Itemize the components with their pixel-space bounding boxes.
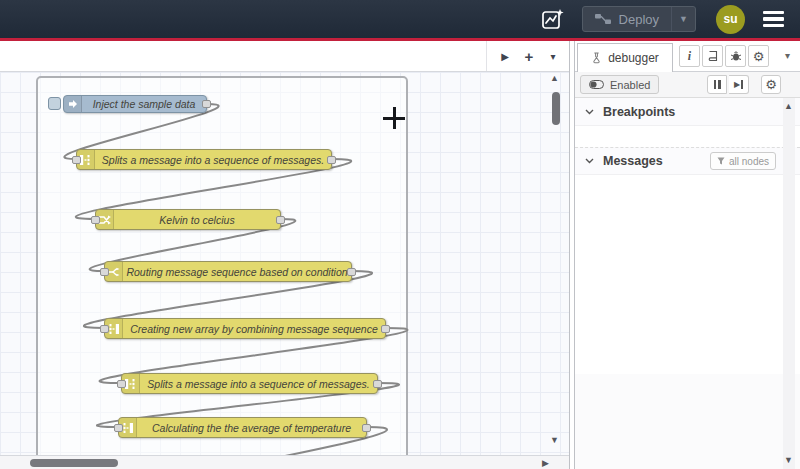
output-port[interactable]: [373, 380, 382, 388]
flow-node-join[interactable]: Creating new array by combining message …: [104, 318, 386, 339]
avatar-initials: su: [723, 12, 737, 26]
deploy-label: Deploy: [619, 12, 659, 27]
scroll-up-icon: ▲: [550, 73, 559, 83]
canvas-horizontal-scrollbar-thumb[interactable]: [30, 459, 118, 467]
sidebar-scroll-down-button[interactable]: ▼: [784, 456, 793, 465]
input-port[interactable]: [100, 325, 109, 333]
output-port[interactable]: [276, 216, 285, 224]
node-label: Inject the sample data: [82, 96, 206, 112]
workspace: ▶ + ▾ Inject the sample dataSplits a mes…: [0, 41, 570, 469]
book-icon: [707, 50, 719, 62]
flow-node-inject[interactable]: Inject the sample data: [63, 95, 207, 113]
messages-filter-label: all nodes: [729, 156, 769, 167]
node-label: Kelvin to celcius: [114, 210, 280, 229]
step-next-icon: ▶: [734, 80, 743, 89]
breakpoints-section-header[interactable]: Breakpoints: [575, 98, 800, 125]
flow-node-join[interactable]: Calculating the the average of temperatu…: [118, 417, 367, 438]
bug-icon: [730, 50, 742, 62]
output-port[interactable]: [362, 424, 371, 432]
canvas-horizontal-scrollbar[interactable]: ▶: [0, 455, 569, 469]
debugger-pause-button[interactable]: [707, 75, 727, 94]
flow-assistant-button[interactable]: [538, 4, 568, 34]
tab-debugger-label: debugger: [608, 51, 659, 65]
output-port[interactable]: [381, 325, 390, 333]
tab-debugger[interactable]: debugger: [577, 43, 673, 72]
add-flow-button[interactable]: +: [517, 45, 541, 67]
messages-title: Messages: [603, 154, 663, 168]
flow-node-switch[interactable]: Routing message sequence based on condit…: [104, 261, 352, 282]
deploy-button-group: Deploy ▼: [582, 6, 696, 32]
messages-filter-button[interactable]: all nodes: [710, 152, 776, 170]
input-port[interactable]: [91, 216, 100, 224]
sidebar-tab-buttons: i ⚙: [679, 45, 769, 67]
sidebar-tabbar: debugger i ⚙: [575, 41, 800, 72]
tabbar-controls: ▶ + ▾: [486, 41, 565, 71]
input-port[interactable]: [100, 268, 109, 276]
enabled-label: Enabled: [610, 79, 650, 91]
chevron-down-icon: [585, 158, 594, 164]
output-port[interactable]: [202, 100, 211, 108]
debugger-step-button[interactable]: ▶: [729, 75, 749, 94]
node-label: Calculating the the average of temperatu…: [137, 418, 366, 437]
scroll-right-icon: ▶: [542, 458, 549, 468]
flow-canvas[interactable]: Inject the sample dataSplits a message i…: [0, 72, 569, 455]
pause-icon: [714, 80, 721, 89]
funnel-icon: [717, 157, 725, 165]
debugger-enabled-toggle[interactable]: Enabled: [580, 75, 659, 94]
output-port[interactable]: [347, 268, 356, 276]
flask-icon: [591, 52, 602, 64]
flow-list-button[interactable]: ▾: [541, 45, 565, 67]
scroll-down-icon: ▼: [784, 455, 793, 465]
sidebar-tab-list-button[interactable]: ▾: [785, 50, 790, 61]
sidebar-scroll-up-button[interactable]: ▲: [784, 102, 793, 111]
gear-icon: ⚙: [753, 49, 765, 64]
debugger-settings-button[interactable]: ⚙: [761, 75, 781, 94]
toggle-icon: [589, 80, 604, 89]
debug-tab-button[interactable]: [725, 45, 746, 67]
help-tab-button[interactable]: [702, 45, 723, 67]
flow-list-caret-icon: ▾: [550, 51, 555, 62]
input-port[interactable]: [117, 380, 126, 388]
messages-list: [575, 174, 800, 374]
deploy-button[interactable]: Deploy: [583, 7, 671, 31]
input-port[interactable]: [72, 156, 81, 164]
input-port[interactable]: [114, 424, 123, 432]
scroll-down-icon: ▼: [550, 435, 559, 445]
output-port[interactable]: [327, 156, 336, 164]
deploy-options-button[interactable]: ▼: [671, 7, 695, 31]
user-avatar[interactable]: su: [716, 5, 745, 34]
info-icon: i: [688, 49, 691, 64]
scroll-up-icon: ▲: [784, 101, 793, 111]
inject-node-icon: [64, 96, 82, 112]
gear-icon: ⚙: [765, 77, 777, 92]
main-menu-button[interactable]: [759, 7, 788, 32]
canvas-scroll-right-button[interactable]: ▶: [542, 459, 549, 468]
canvas-scroll-up-button[interactable]: ▲: [550, 74, 559, 83]
debugger-toolbar: Enabled ▶ ⚙: [575, 72, 800, 98]
flow-node-split[interactable]: Splits a message into a sequence of mess…: [76, 149, 332, 170]
chevron-down-icon: [585, 109, 594, 115]
breakpoints-list: [575, 125, 800, 147]
node-label: Splits a message into a sequence of mess…: [95, 150, 331, 169]
breakpoints-title: Breakpoints: [603, 105, 675, 119]
main-area: ▶ + ▾ Inject the sample dataSplits a mes…: [0, 41, 800, 469]
node-label: Splits a message into a sequence of mess…: [140, 374, 377, 393]
debugger-panel: Breakpoints Messages all nodes: [575, 98, 800, 469]
sidebar-scrollbar[interactable]: ▲ ▼: [783, 98, 795, 469]
canvas-vertical-scrollbar-thumb[interactable]: [552, 92, 560, 125]
deploy-nodes-icon: [595, 13, 611, 25]
node-label: Creating new array by combining message …: [123, 319, 385, 338]
inject-trigger-button[interactable]: [48, 97, 61, 110]
tab-scroll-right-button[interactable]: ▶: [493, 45, 517, 67]
flow-node-split[interactable]: Splits a message into a sequence of mess…: [121, 373, 378, 394]
flow-node-change[interactable]: Kelvin to celcius: [95, 209, 281, 230]
messages-section-header[interactable]: Messages all nodes: [575, 147, 800, 174]
hamburger-icon: [763, 11, 784, 15]
settings-tab-button[interactable]: ⚙: [748, 45, 769, 67]
sidebar: debugger i ⚙: [574, 41, 800, 469]
add-flow-icon: +: [525, 48, 534, 65]
info-tab-button[interactable]: i: [679, 45, 700, 67]
node-label: Routing message sequence based on condit…: [123, 262, 351, 281]
sidebar-caret-icon: ▾: [785, 50, 790, 61]
canvas-scroll-down-button[interactable]: ▼: [550, 436, 559, 445]
